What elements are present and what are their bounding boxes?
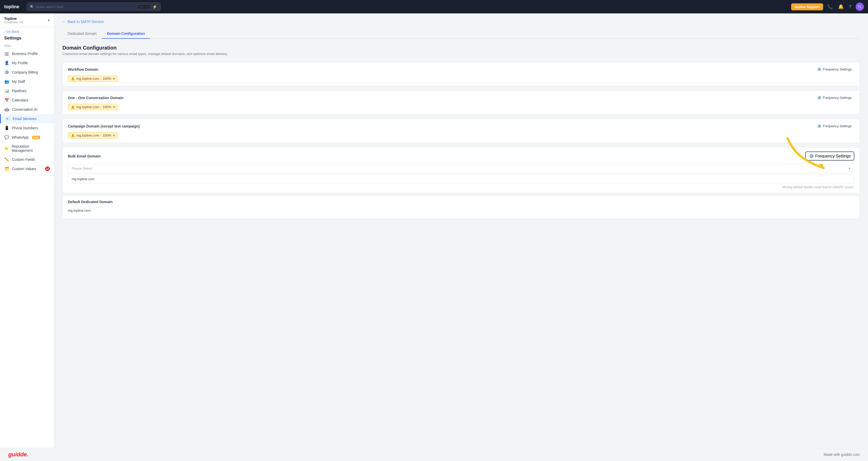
default-domain-section: Default Dedicated Domain mg.topline.com xyxy=(62,195,860,219)
navbar-logo: topline xyxy=(4,4,19,9)
arrow-left-icon: ← xyxy=(62,20,66,24)
chevron-down-icon: ▾ xyxy=(48,18,50,23)
bulk-domain-dropdown: mg.topline.com xyxy=(68,174,854,184)
sidebar-item-reputation-management[interactable]: ⭐ Reputation Management xyxy=(0,142,54,155)
gear-icon: ⚙️ xyxy=(817,67,821,71)
sidebar-item-my-profile[interactable]: 👤 My Profile xyxy=(0,58,54,68)
default-domain-value: mg.topline.com xyxy=(68,207,854,215)
gear-icon: ⚙️ xyxy=(809,154,814,158)
bell-icon[interactable]: 🔔 xyxy=(837,3,845,10)
campaign-domain-card: Campaign Domain (except test campaign) ⚙… xyxy=(62,119,860,143)
staff-icon: 👥 xyxy=(4,79,9,84)
sidebar-item-phone-numbers[interactable]: 📱 Phone Numbers xyxy=(0,123,54,133)
remove-tag-icon[interactable]: ✕ xyxy=(113,105,115,109)
org-location: Charleston, SC xyxy=(4,21,24,24)
support-button[interactable]: topline Support xyxy=(791,3,823,10)
apps-label: Apps xyxy=(0,43,54,49)
sidebar-item-pipelines[interactable]: 📊 Pipelines xyxy=(0,86,54,95)
sidebar-item-custom-fields[interactable]: ✏️ Custom Fields xyxy=(0,155,54,164)
one-one-freq-settings-button[interactable]: ⚙️ Frequency Settings xyxy=(814,95,854,101)
phone-icon[interactable]: 📞 xyxy=(826,3,834,10)
sidebar-item-custom-values[interactable]: 🗂️ Custom Values 12 xyxy=(0,164,54,174)
sidebar-item-label: My Staff xyxy=(12,80,25,84)
sidebar-item-label: My Profile xyxy=(12,61,28,65)
chevron-down-icon: ▾ xyxy=(849,166,850,171)
sidebar-item-label: Company Billing xyxy=(12,70,38,74)
workflow-domain-tag: ⚠️ mg.topline.com - 100% ✕ xyxy=(68,75,118,82)
lightning-icon: ⚡ xyxy=(152,4,157,9)
sidebar-item-business-profile[interactable]: 🏢 Business Profile xyxy=(0,49,54,58)
footer: guidde. Made with guidde.com xyxy=(0,448,868,461)
select-placeholder: Please Select xyxy=(72,166,92,171)
tab-domain-configuration[interactable]: Domain Configuration xyxy=(102,29,150,39)
page-title: Domain Configuration xyxy=(62,45,860,51)
dropdown-option-mg[interactable]: mg.topline.com xyxy=(68,175,854,184)
campaign-domain-tag: ⚠️ mg.topline.com - 100% ✕ xyxy=(68,132,118,139)
sidebar-item-label: Phone Numbers xyxy=(12,126,38,130)
warning-icon: ⚠️ xyxy=(71,76,75,81)
main-content: ← Back to SMTP Service Dedicated domain … xyxy=(54,13,868,448)
sidebar-item-label: Conversation AI xyxy=(12,107,37,112)
settings-heading: Settings xyxy=(0,35,54,43)
billing-icon: ⚙️ xyxy=(4,70,9,74)
go-back-link[interactable]: ‹ Go Back xyxy=(0,27,54,35)
avatar[interactable]: TL xyxy=(856,3,864,11)
sidebar-item-label: Business Profile xyxy=(12,52,38,56)
default-domain-title: Default Dedicated Domain xyxy=(68,200,854,204)
search-shortcut: Ctrl + K xyxy=(137,5,150,9)
sidebar-item-email-services[interactable]: 📧 Email Services xyxy=(0,114,54,123)
phone-numbers-icon: 📱 xyxy=(4,126,9,130)
remove-tag-icon[interactable]: ✕ xyxy=(113,77,115,81)
reputation-icon: ⭐ xyxy=(4,146,9,151)
bulk-domain-title: Bulk Email Domain xyxy=(68,154,101,158)
help-icon[interactable]: ? xyxy=(848,3,852,10)
sidebar: Topline Charleston, SC ▾ ‹ Go Back Setti… xyxy=(0,13,54,448)
workflow-freq-settings-button[interactable]: ⚙️ Frequency Settings xyxy=(814,66,854,72)
sidebar-item-label: Calendars xyxy=(12,98,28,102)
campaign-freq-settings-button[interactable]: ⚙️ Frequency Settings xyxy=(814,123,854,129)
email-icon: 📧 xyxy=(5,116,10,121)
whatsapp-beta-badge: beta xyxy=(32,136,40,139)
gear-icon: ⚙️ xyxy=(817,124,821,128)
workflow-domain-card: Workflow Domain ⚙️ Frequency Settings ⚠️… xyxy=(62,62,860,86)
bulk-freq-settings-button[interactable]: ⚙️ Frequency Settings xyxy=(805,152,854,160)
chevron-left-icon: ‹ xyxy=(4,30,5,34)
sidebar-item-label: Email Services xyxy=(13,117,37,121)
org-selector[interactable]: Topline Charleston, SC ▾ xyxy=(4,17,50,24)
ai-icon: 🤖 xyxy=(4,107,9,112)
one-one-domain-card: One - One Conversation Domain ⚙️ Frequen… xyxy=(62,90,860,115)
campaign-domain-title: Campaign Domain (except test campaign) xyxy=(68,124,140,128)
search-input[interactable] xyxy=(36,5,135,9)
custom-fields-icon: ✏️ xyxy=(4,157,9,162)
sidebar-item-whatsapp[interactable]: 💬 WhatsApp beta xyxy=(0,133,54,142)
building-icon: 🏢 xyxy=(4,51,9,56)
footer-logo: guidde. xyxy=(8,451,28,458)
tabs-row: Dedicated domain Domain Configuration xyxy=(62,29,860,39)
custom-values-icon: 🗂️ xyxy=(4,166,9,171)
tab-dedicated-domain[interactable]: Dedicated domain xyxy=(62,29,102,39)
search-icon: 🔍 xyxy=(30,5,34,9)
sidebar-item-calendars[interactable]: 📅 Calendars xyxy=(0,95,54,105)
sidebar-item-label: WhatsApp xyxy=(12,135,29,140)
sidebar-item-my-staff[interactable]: 👥 My Staff xyxy=(0,77,54,86)
sidebar-item-label: Custom Values xyxy=(12,167,36,171)
search-bar[interactable]: 🔍 Ctrl + K ⚡ xyxy=(27,2,161,11)
sidebar-org-section: Topline Charleston, SC ▾ xyxy=(0,13,54,27)
sidebar-item-conversation-ai[interactable]: 🤖 Conversation AI xyxy=(0,105,54,114)
org-name: Topline xyxy=(4,17,24,21)
sidebar-item-company-billing[interactable]: ⚙️ Company Billing xyxy=(0,68,54,77)
bulk-domain-card: Bulk Email Domain ⚙️ Frequency Settings … xyxy=(62,147,860,193)
one-one-domain-tag: ⚠️ mg.topline.com - 100% ✕ xyxy=(68,104,118,110)
pipelines-icon: 📊 xyxy=(4,89,9,93)
remove-tag-icon[interactable]: ✕ xyxy=(113,134,115,137)
one-one-domain-title: One - One Conversation Domain xyxy=(68,96,123,100)
bulk-domain-select[interactable]: Please Select ▾ xyxy=(68,164,854,173)
user-icon: 👤 xyxy=(4,61,9,65)
whatsapp-icon: 💬 xyxy=(4,135,9,140)
sidebar-item-label: Custom Fields xyxy=(12,157,35,161)
warning-icon: ⚠️ xyxy=(71,133,75,137)
calendar-icon: 📅 xyxy=(4,98,9,102)
custom-values-badge: 12 xyxy=(45,166,50,171)
back-to-smtp-link[interactable]: ← Back to SMTP Service xyxy=(62,20,860,24)
navbar: topline 🔍 Ctrl + K ⚡ topline Support 📞 🔔… xyxy=(0,0,868,13)
